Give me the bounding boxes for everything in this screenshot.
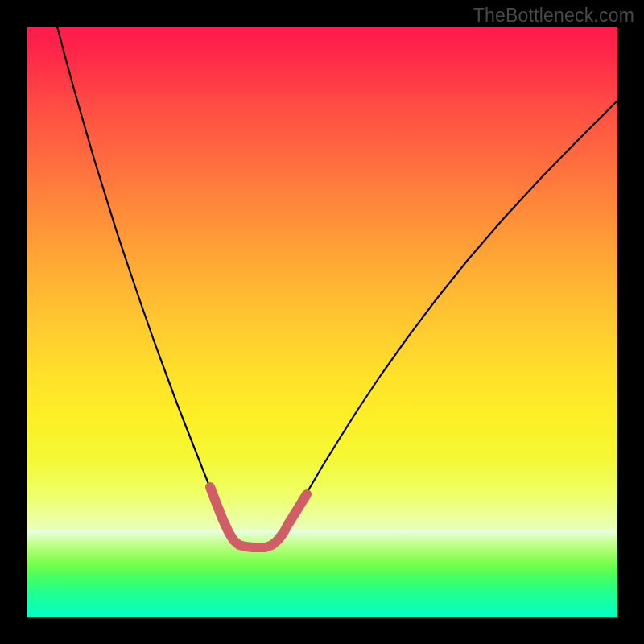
chart-container: TheBottleneck.com: [0, 0, 644, 644]
plot-area: [27, 27, 617, 617]
watermark-text: TheBottleneck.com: [473, 5, 634, 27]
curve-layer: [27, 27, 617, 617]
curve-right-arm: [283, 101, 617, 535]
overlay-valley-dots: [210, 487, 307, 547]
curve-left-arm: [57, 27, 230, 535]
